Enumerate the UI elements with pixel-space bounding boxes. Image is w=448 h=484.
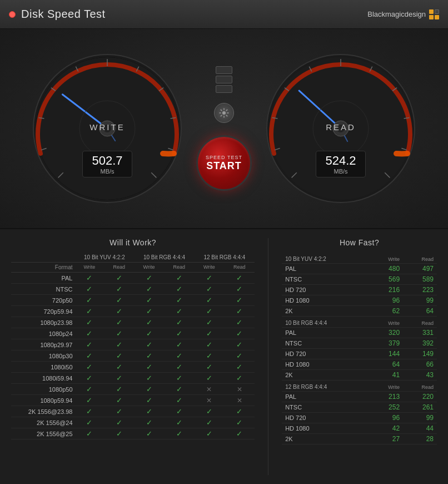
write-value-cell: 320 <box>370 328 403 338</box>
brand-name: Blackmagicdesign <box>367 10 426 18</box>
check-cell: ✓ <box>104 395 134 406</box>
format-name-cell: NTSC <box>11 284 75 295</box>
sub-col-5: Write <box>195 263 225 273</box>
gear-button[interactable] <box>214 103 234 123</box>
read-gauge: READ 524.2 MB/s <box>263 51 419 206</box>
format-name-cell: 2K <box>282 434 370 445</box>
start-btn-main-label: START <box>206 160 242 172</box>
check-cell: ✓ <box>134 362 164 373</box>
write-unit: MB/s <box>91 168 124 175</box>
title-bar: Disk Speed Test Blackmagicdesign <box>0 0 448 29</box>
format-name-cell: 2K 1556@23.98 <box>11 406 75 417</box>
sub-col-2: Read <box>104 263 134 273</box>
read-value-cell: 497 <box>403 264 437 274</box>
check-cell: ✓ <box>195 328 225 339</box>
check-cell: ✓ <box>75 373 104 384</box>
sub-col-3: Write <box>134 263 164 273</box>
check-cell: ✓ <box>134 417 164 428</box>
svg-point-19 <box>222 111 226 115</box>
sub-col-1: Write <box>75 263 104 273</box>
write-col-header: Write <box>370 253 403 264</box>
write-gauge: WRITE 502.7 MB/s <box>29 51 185 206</box>
data-area: Will it Work? 10 Bit YUV 4:2:2 10 Bit RG… <box>0 229 448 484</box>
brand-logo: Blackmagicdesign <box>367 9 439 19</box>
read-value-cell: 66 <box>403 359 437 370</box>
check-cell: ✓ <box>134 317 164 328</box>
write-value-cell: 252 <box>370 402 403 413</box>
check-cell: ✓ <box>224 273 255 284</box>
format-name-cell: 2K 1556@24 <box>11 417 75 428</box>
settings-box-2 <box>216 76 232 83</box>
format-name-cell: NTSC <box>282 402 370 413</box>
how-fast-table: 10 Bit YUV 4:2:2WriteReadPAL480497NTSC56… <box>282 253 437 445</box>
check-cell: ✓ <box>75 395 104 406</box>
format-name-cell: NTSC <box>282 274 370 285</box>
sub-col-4: Read <box>164 263 195 273</box>
read-value-cell: 43 <box>403 370 437 381</box>
will-it-work-section: Will it Work? 10 Bit YUV 4:2:2 10 Bit RG… <box>11 238 255 475</box>
check-cell: ✓ <box>224 295 255 306</box>
how-fast-group-header: 10 Bit YUV 4:2:2WriteRead <box>282 253 437 264</box>
how-fast-row: NTSC379392 <box>282 338 437 349</box>
read-value: 524.2 <box>324 154 357 168</box>
settings-boxes <box>216 66 232 93</box>
check-cell: ✓ <box>134 295 164 306</box>
write-value-cell: 379 <box>370 338 403 349</box>
table-row: 2K 1556@23.98✓✓✓✓✓✓ <box>11 406 255 417</box>
settings-box-3 <box>216 85 232 93</box>
read-col-header: Read <box>403 253 437 264</box>
check-cell: ✓ <box>195 284 225 295</box>
table-row: 2K 1556@25✓✓✓✓✓✓ <box>11 428 255 439</box>
group2-header: 10 Bit RGB 4:4:4 <box>134 253 194 263</box>
start-btn-top-label: SPEED TEST <box>206 155 242 160</box>
check-cell: ✓ <box>75 362 104 373</box>
format-name-cell: 1080p24 <box>11 328 75 339</box>
check-cell: ✓ <box>134 384 164 395</box>
how-fast-row: PAL213220 <box>282 392 437 402</box>
check-cell: ✓ <box>104 362 134 373</box>
close-button[interactable] <box>9 11 16 18</box>
read-value-cell: 261 <box>403 402 437 413</box>
settings-box-1 <box>216 66 232 74</box>
write-value-cell: 62 <box>370 306 403 317</box>
read-col-header: Read <box>403 381 437 392</box>
check-cell: ✓ <box>104 373 134 384</box>
section-divider <box>268 238 268 475</box>
read-value-cell: 28 <box>403 434 437 445</box>
how-fast-row: HD 720216223 <box>282 285 437 295</box>
check-cell: ✓ <box>104 339 134 350</box>
group-name: 10 Bit RGB 4:4:4 <box>282 317 370 328</box>
write-value-cell: 42 <box>370 423 403 434</box>
check-cell: ✓ <box>164 328 195 339</box>
check-cell: ✓ <box>164 306 195 317</box>
read-value-cell: 220 <box>403 392 437 402</box>
format-col-header: Format <box>11 263 75 273</box>
table-row: 1080p29.97✓✓✓✓✓✓ <box>11 339 255 350</box>
check-cell: ✓ <box>75 295 104 306</box>
app-title: Disk Speed Test <box>21 8 106 21</box>
start-button[interactable]: SPEED TEST START <box>196 135 252 191</box>
read-value-cell: 331 <box>403 328 437 338</box>
write-col-header: Write <box>370 381 403 392</box>
format-name-cell: PAL <box>282 264 370 274</box>
check-cell: ✓ <box>104 273 134 284</box>
check-cell: ✓ <box>195 295 225 306</box>
table-row: 1080p30✓✓✓✓✓✓ <box>11 350 255 362</box>
check-cell: ✓ <box>104 428 134 439</box>
brand-sq-3 <box>429 15 434 19</box>
check-cell: ✓ <box>164 295 195 306</box>
check-cell: ✓ <box>195 273 225 284</box>
read-col-header: Read <box>403 317 437 328</box>
format-name-cell: HD 720 <box>282 413 370 423</box>
format-name-cell: 2K <box>282 370 370 381</box>
check-cell: ✓ <box>75 306 104 317</box>
check-cell: ✓ <box>164 339 195 350</box>
check-cell: ✓ <box>104 295 134 306</box>
write-gauge-wrapper: WRITE 502.7 MB/s <box>29 51 185 206</box>
format-name-cell: PAL <box>282 392 370 402</box>
how-fast-row: NTSC252261 <box>282 402 437 413</box>
check-cell: ✓ <box>224 317 255 328</box>
check-cell: ✓ <box>75 284 104 295</box>
check-cell: ✓ <box>224 339 255 350</box>
write-value-cell: 569 <box>370 274 403 285</box>
